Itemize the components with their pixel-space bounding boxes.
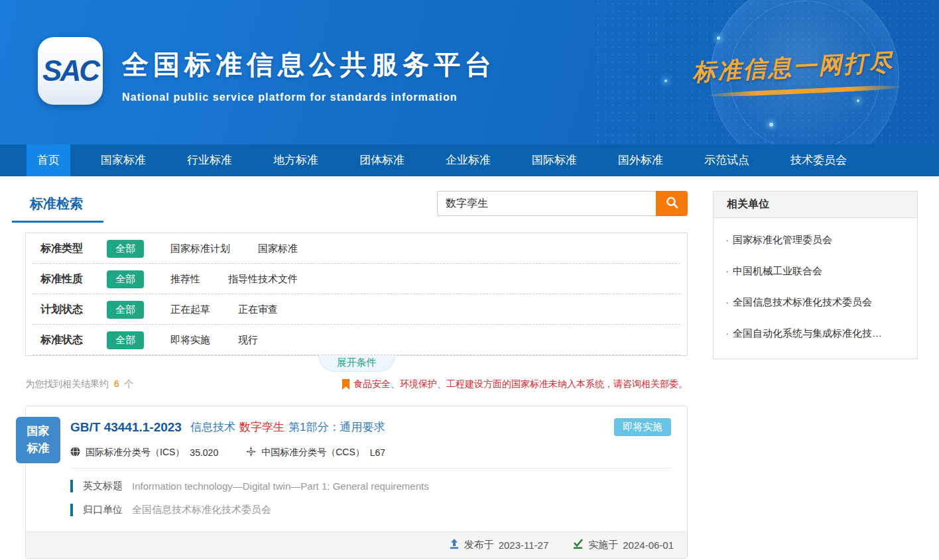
card-body: GB/T 43441.1-2023 信息技术 数字孪生 第1部分：通用要求 即将…: [26, 406, 687, 532]
nav-item-foreign-standards[interactable]: 国外标准: [607, 144, 674, 176]
sidebar-item-it-standardization-committee[interactable]: ·全国信息技术标准化技术委员会: [725, 287, 905, 318]
nav-item-home[interactable]: 首页: [27, 144, 70, 176]
standard-title-part2[interactable]: 第1部分：通用要求: [288, 420, 385, 435]
filter-options: 即将实施 现行: [170, 334, 258, 347]
content-area: 标准检索 标准类型 全部 国家标准计划: [0, 176, 939, 559]
sidebar-item-automation-systems-committee[interactable]: ·全国自动化系统与集成标准化技…: [725, 318, 905, 349]
ccs-label: 中国标准分类号（CCS）: [261, 447, 365, 459]
search-icon: [666, 196, 678, 211]
results-notice-text: 食品安全、环境保护、工程建设方面的国家标准未纳入本系统，请咨询相关部委。: [353, 378, 688, 390]
nav-item-enterprise-standards[interactable]: 企业标准: [435, 144, 501, 176]
bullet-decoration: ·: [725, 296, 729, 308]
sidebar-item-sac[interactable]: ·国家标准化管理委员会: [725, 225, 905, 256]
nav-item-local-standards[interactable]: 地方标准: [263, 144, 329, 176]
filter-selected-all[interactable]: 全部: [107, 270, 144, 288]
implemented-date: 2024-06-01: [623, 539, 674, 551]
filter-row-standard-status: 标准状态 全部 即将实施 现行: [26, 325, 687, 355]
sidebar-item-label: 国家标准化管理委员会: [733, 234, 832, 245]
main-column: 标准检索 标准类型 全部 国家标准计划: [25, 191, 688, 559]
bullet-decoration: ·: [725, 234, 729, 245]
filter-selected-all[interactable]: 全部: [107, 331, 144, 349]
search-group: [437, 191, 688, 216]
ics-value: 35.020: [190, 447, 218, 458]
english-title-row: 英文标题 Information technology—Digital twin…: [70, 480, 671, 492]
card-divider: [70, 468, 671, 469]
tab-standard-search[interactable]: 标准检索: [12, 191, 103, 223]
globe-icon: [70, 447, 80, 459]
teal-bar-decoration: [70, 480, 73, 492]
filter-options: 正在起草 正在审查: [170, 304, 278, 316]
compass-icon: [246, 447, 256, 459]
ics-group: 国际标准分类号（ICS） 35.020: [70, 447, 218, 459]
results-count-suffix: 个: [125, 378, 134, 389]
filter-row-standard-nature: 标准性质 全部 推荐性 指导性技术文件: [26, 264, 687, 294]
filter-option[interactable]: 国家标准计划: [170, 243, 230, 255]
filter-label: 标准类型: [40, 242, 107, 256]
filter-option[interactable]: 正在起草: [170, 304, 210, 316]
results-count-number: 6: [114, 378, 119, 389]
nav-item-national-standards[interactable]: 国家标准: [90, 144, 156, 176]
badge-line1: 国家: [27, 423, 50, 440]
nav-item-international-standards[interactable]: 国际标准: [521, 144, 588, 176]
platform-title: 全国标准信息公共服务平台: [122, 46, 496, 83]
nav-item-pilot-projects[interactable]: 示范试点: [694, 144, 760, 176]
filter-option[interactable]: 即将实施: [170, 334, 210, 347]
expand-conditions-button[interactable]: 展开条件: [318, 355, 395, 372]
filter-option[interactable]: 推荐性: [170, 273, 200, 286]
filter-option[interactable]: 正在审查: [238, 304, 278, 316]
search-input[interactable]: [437, 191, 656, 216]
site-header: SAC 全国标准信息公共服务平台 National public service…: [0, 0, 939, 144]
filter-option[interactable]: 现行: [238, 334, 258, 347]
standard-code-link[interactable]: GB/T 43441.1-2023: [70, 420, 182, 435]
related-units-title: 相关单位: [714, 192, 917, 218]
publish-upload-icon: [449, 539, 460, 551]
standard-result-card: 国家 标准 GB/T 43441.1-2023 信息技术 数字孪生 第1部分：通…: [25, 406, 688, 559]
english-title-value: Information technology—Digital twin—Part…: [132, 480, 429, 492]
nav-item-group-standards[interactable]: 团体标准: [349, 144, 415, 176]
spark-decoration: [664, 80, 667, 82]
ccs-group: 中国标准分类号（CCS） L67: [246, 447, 385, 459]
ccs-value: L67: [370, 447, 385, 458]
standard-title-highlight[interactable]: 数字孪生: [239, 420, 284, 435]
badge-line2: 标准: [27, 440, 50, 457]
nav-item-technical-committees[interactable]: 技术委员会: [780, 144, 857, 176]
filter-row-standard-type: 标准类型 全部 国家标准计划 国家标准: [26, 233, 687, 264]
sidebar-item-label: 全国信息技术标准化技术委员会: [733, 296, 872, 308]
platform-subtitle: National public service platform for sta…: [122, 91, 496, 103]
sidebar-item-label: 全国自动化系统与集成标准化技…: [733, 327, 882, 339]
committee-row: 归口单位 全国信息技术标准化技术委员会: [70, 504, 671, 516]
results-count: 为您找到相关结果约 6 个: [25, 378, 134, 390]
committee-value: 全国信息技术标准化技术委员会: [132, 504, 271, 516]
committee-label: 归口单位: [83, 504, 123, 516]
bullet-decoration: ·: [725, 265, 729, 276]
classification-row: 国际标准分类号（ICS） 35.020: [70, 447, 671, 459]
sidebar-item-machinery-federation[interactable]: ·中国机械工业联合会: [725, 256, 905, 287]
standard-title-part1[interactable]: 信息技术: [190, 420, 235, 435]
filter-selected-all[interactable]: 全部: [107, 240, 144, 258]
published-date-group: 发布于 2023-11-27: [449, 539, 549, 551]
standard-type-badge: 国家 标准: [16, 417, 60, 463]
results-info-row: 为您找到相关结果约 6 个 食品安全、环境保护、工程建设方面的国家标准未纳入本系…: [25, 378, 688, 390]
status-badge: 即将实施: [614, 418, 671, 436]
search-button[interactable]: [656, 191, 688, 216]
filter-option[interactable]: 指导性技术文件: [228, 273, 298, 286]
nav-item-industry-standards[interactable]: 行业标准: [176, 144, 243, 176]
spark-decoration: [769, 123, 773, 127]
main-navigation: 首页 国家标准 行业标准 地方标准 团体标准 企业标准 国际标准 国外标准 示范…: [0, 144, 939, 176]
filter-option[interactable]: 国家标准: [258, 243, 298, 255]
ics-label: 国际标准分类号（ICS）: [86, 447, 184, 459]
sac-logo[interactable]: SAC: [38, 37, 103, 105]
results-count-prefix: 为您找到相关结果约: [25, 378, 109, 389]
bookmark-icon: [342, 379, 349, 390]
card-footer: 发布于 2023-11-27 实施于 2024-06-01: [26, 532, 687, 558]
filter-selected-all[interactable]: 全部: [107, 301, 144, 319]
filter-options: 推荐性 指导性技术文件: [170, 273, 298, 286]
filter-label: 标准性质: [40, 272, 107, 286]
results-notice: 食品安全、环境保护、工程建设方面的国家标准未纳入本系统，请咨询相关部委。: [342, 378, 688, 390]
teal-bar-decoration: [70, 504, 73, 516]
sac-logo-text: SAC: [42, 54, 98, 87]
related-units-list: ·国家标准化管理委员会 ·中国机械工业联合会 ·全国信息技术标准化技术委员会 ·…: [714, 218, 917, 359]
platform-title-block: 全国标准信息公共服务平台 National public service pla…: [122, 46, 496, 103]
bullet-decoration: ·: [725, 327, 729, 339]
sidebar-item-label: 中国机械工业联合会: [733, 265, 822, 276]
